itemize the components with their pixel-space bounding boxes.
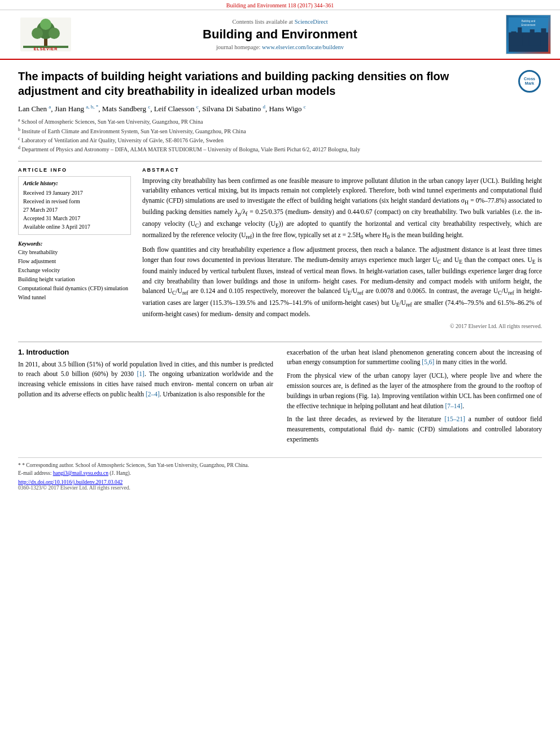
citation-text: Building and Environment 118 (2017) 344–…: [226, 2, 334, 8]
journal-header-center: Contents lists available at ScienceDirec…: [82, 19, 478, 50]
contents-text: Contents lists available at: [232, 19, 293, 25]
elsevier-brand: ELSEVIER: [9, 18, 82, 51]
contents-line: Contents lists available at ScienceDirec…: [82, 19, 478, 25]
keyword-1: City breathability: [18, 248, 131, 257]
doi-link[interactable]: http://dx.doi.org/10.1016/j.buildenv.201…: [18, 479, 123, 485]
journal-header: ELSEVIER Contents lists available at Sci…: [0, 10, 560, 60]
divider-middle: [18, 342, 542, 342]
svg-rect-15: [541, 28, 546, 46]
divider-top: [18, 161, 542, 161]
article-title-section: The impacts of building height variation…: [18, 69, 542, 98]
email-link[interactable]: hangi3@mail.sysu.edu.cn: [53, 470, 108, 476]
article-info-col: ARTICLE INFO Article history: Received 1…: [18, 167, 131, 335]
affiliation-d: d Department of Physics and Astronomy – …: [18, 145, 542, 154]
revised-date: 27 March 2017: [23, 206, 126, 214]
issn-line: 0360-1323/© 2017 Elsevier Ltd. All right…: [18, 485, 542, 491]
svg-rect-11: [518, 27, 522, 45]
elsevier-logo-section: ELSEVIER: [9, 18, 82, 51]
body-left-col: 1. Introduction In 2011, about 3.5 billi…: [18, 348, 273, 448]
svg-point-4: [49, 28, 60, 39]
abstract-text: Improving city breathability has been co…: [142, 176, 542, 320]
email-label: E-mail address:: [18, 470, 51, 476]
svg-rect-13: [530, 29, 535, 46]
history-label: Article history:: [23, 180, 126, 186]
copyright-line: © 2017 Elsevier Ltd. All rights reserved…: [142, 323, 542, 329]
keyword-6: Wind tunnel: [18, 293, 131, 302]
keyword-4: Building height variation: [18, 275, 131, 284]
keyword-5: Computational fluid dynamics (CFD) simul…: [18, 284, 131, 293]
intro-para-right-1: exacerbation of the urban heat island ph…: [287, 348, 542, 368]
article-info-heading: ARTICLE INFO: [18, 167, 131, 173]
doi-line[interactable]: http://dx.doi.org/10.1016/j.buildenv.201…: [18, 479, 542, 485]
keywords-label: Keywords:: [18, 241, 131, 247]
elsevier-tree-icon: ELSEVIER: [20, 18, 71, 51]
svg-rect-16: [509, 46, 548, 52]
svg-text:ELSEVIER: ELSEVIER: [34, 47, 58, 51]
journal-top-bar: Building and Environment 118 (2017) 344–…: [0, 0, 560, 10]
svg-text:Environment: Environment: [521, 24, 536, 27]
footnote-corresponding: * * Corresponding author. School of Atmo…: [18, 461, 542, 469]
svg-text:Building and: Building and: [522, 20, 536, 23]
ref-7-14[interactable]: [7–14]: [445, 403, 463, 409]
homepage-text: journal homepage:: [216, 44, 260, 50]
corresponding-note: * Corresponding author. School of Atmosp…: [22, 462, 249, 468]
journal-name-title: Building and Environment: [82, 27, 478, 42]
body-right-col: exacerbation of the urban heat island ph…: [287, 348, 542, 448]
affiliation-a: a School of Atmospheric Sciences, Sun Ya…: [18, 117, 542, 126]
intro-body-right: exacerbation of the urban heat island ph…: [287, 348, 542, 445]
intro-para-1: In 2011, about 3.5 billion (51%) of worl…: [18, 360, 273, 400]
article-wrapper: The impacts of building height variation…: [0, 60, 560, 500]
affiliation-c: c Laboratory of Ventilation and Air Qual…: [18, 136, 542, 145]
affiliation-b: b Institute of Earth Climate and Environ…: [18, 126, 542, 136]
body-two-col: 1. Introduction In 2011, about 3.5 billi…: [18, 348, 542, 448]
section-title: Introduction: [26, 348, 69, 356]
svg-rect-14: [536, 32, 540, 45]
ref-2-4[interactable]: [2–4]: [146, 391, 160, 397]
intro-para-right-3: In the last three decades, as reviewed b…: [287, 414, 542, 444]
crossmark-icon: CrossMark: [518, 70, 541, 93]
article-title: The impacts of building height variation…: [18, 69, 510, 98]
email-suffix: (J. Hang).: [110, 470, 131, 476]
keywords-section: Keywords: City breathability Flow adjust…: [18, 241, 131, 302]
online-date: Available online 3 April 2017: [23, 222, 126, 231]
abstract-heading: ABSTRACT: [142, 167, 542, 173]
svg-point-5: [40, 19, 51, 30]
authors-line: Lan Chen a, Jian Hang a, b, *, Mats Sand…: [18, 104, 542, 113]
svg-rect-10: [511, 32, 516, 46]
revised-label: Received in revised form: [23, 197, 126, 206]
ref-1[interactable]: [1]: [137, 370, 144, 377]
keyword-3: Exchange velocity: [18, 266, 131, 275]
crossmark-badge[interactable]: CrossMark: [517, 69, 542, 94]
svg-point-3: [32, 28, 43, 39]
abstract-para-1: Improving city breathability has been co…: [142, 176, 542, 242]
abstract-para-2: Both flow quantities and city breathabil…: [142, 245, 542, 320]
keyword-2: Flow adjustment: [18, 257, 131, 266]
footnote-section: * * Corresponding author. School of Atmo…: [18, 457, 542, 491]
section-number: 1.: [18, 348, 24, 356]
article-history-box: Article history: Received 19 January 201…: [18, 176, 131, 235]
ref-5-6[interactable]: [5,6]: [422, 359, 434, 365]
svg-rect-12: [523, 33, 529, 46]
journal-cover-svg: Building and Environment: [509, 15, 548, 54]
footnote-email: E-mail address: hangi3@mail.sysu.edu.cn …: [18, 469, 542, 477]
info-abstract-section: ARTICLE INFO Article history: Received 1…: [18, 167, 542, 335]
affiliations-section: a School of Atmospheric Sciences, Sun Ya…: [18, 117, 542, 154]
accepted-date: Accepted 31 March 2017: [23, 214, 126, 222]
ref-15-21[interactable]: [15–21]: [444, 416, 465, 422]
homepage-line: journal homepage: www.elsevier.com/locat…: [82, 44, 478, 50]
abstract-col: ABSTRACT Improving city breathability ha…: [142, 167, 542, 335]
intro-section-title: 1. Introduction: [18, 348, 273, 356]
intro-para-right-2: From the physical view of the urban cano…: [287, 371, 542, 411]
sciencedirect-link[interactable]: ScienceDirect: [295, 19, 328, 25]
received-date: Received 19 January 2017: [23, 189, 126, 197]
homepage-link[interactable]: www.elsevier.com/locate/buildenv: [262, 44, 344, 50]
journal-header-right: Building and Environment: [478, 15, 551, 54]
journal-cover-image: Building and Environment: [506, 15, 551, 54]
intro-body-left: In 2011, about 3.5 billion (51%) of worl…: [18, 360, 273, 400]
